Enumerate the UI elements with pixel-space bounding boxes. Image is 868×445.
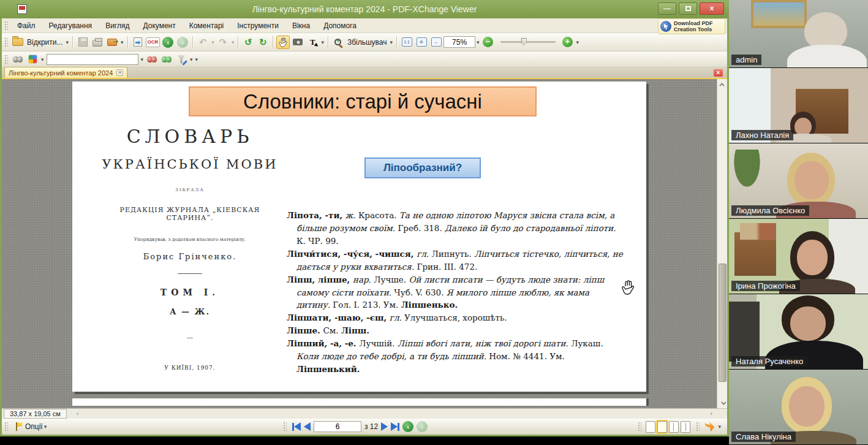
- redo-button[interactable]: ↷: [216, 36, 230, 49]
- actual-size-button[interactable]: 1:1: [400, 36, 413, 49]
- save-button[interactable]: [76, 36, 89, 49]
- document-tab[interactable]: Лінгво-культурний коментар 2024 ×: [4, 67, 127, 78]
- menu-help[interactable]: Допомога: [317, 20, 363, 32]
- tab-close-icon[interactable]: ×: [116, 69, 123, 76]
- search-input[interactable]: [47, 54, 138, 65]
- sbright-caret[interactable]: ▾: [718, 424, 721, 430]
- download-pdf-tools-button[interactable]: Download PDF Creation Tools: [658, 18, 725, 34]
- menu-tools[interactable]: Інструменти: [230, 20, 285, 32]
- scrollbar-thumb[interactable]: [719, 264, 726, 382]
- magnifier-button[interactable]: [331, 36, 345, 49]
- zoom-slider-thumb[interactable]: [521, 38, 527, 45]
- toolbar-grip[interactable]: [4, 37, 8, 47]
- view-forward-button[interactable]: ›: [417, 421, 428, 432]
- open-dropdown-caret[interactable]: ▾: [66, 39, 69, 45]
- participant-video[interactable]: Ірина Прожогіна: [729, 219, 868, 294]
- undo-dropdown-caret[interactable]: ▾: [211, 39, 214, 45]
- select-dropdown-caret[interactable]: ▾: [321, 39, 324, 45]
- rotate-left-button[interactable]: ↺: [241, 36, 255, 49]
- participant-video[interactable]: Людмила Овсієнко: [729, 143, 868, 219]
- menu-windows[interactable]: Вікна: [285, 20, 317, 32]
- fit-width-button[interactable]: ↔: [429, 36, 443, 49]
- participant-video[interactable]: admin: [729, 0, 868, 68]
- zoom-slider[interactable]: [500, 41, 556, 43]
- minimize-button[interactable]: —: [658, 2, 676, 15]
- open-label[interactable]: Відкрити...: [27, 38, 63, 47]
- snapshot-button[interactable]: [291, 36, 304, 49]
- menu-file[interactable]: Файл: [10, 20, 42, 32]
- scroll-up-arrow[interactable]: [718, 80, 727, 89]
- menu-edit[interactable]: Редагування: [42, 20, 99, 32]
- save-icon: [78, 37, 88, 47]
- dict-dash: —: [98, 333, 282, 341]
- vertical-scrollbar[interactable]: [717, 79, 727, 408]
- titlebar[interactable]: Лінгво-культурний коментар 2024 - PDF-XC…: [0, 0, 729, 18]
- toolbar-overflow-caret[interactable]: ▾: [576, 39, 579, 45]
- search-next-button[interactable]: [160, 53, 173, 66]
- filter-button[interactable]: [175, 53, 188, 66]
- view-back-button[interactable]: ‹: [402, 421, 413, 432]
- scroll-left-arrow[interactable]: ‹: [77, 409, 79, 417]
- scroll-down-arrow[interactable]: [718, 398, 727, 408]
- web-search-caret[interactable]: ▾: [41, 56, 44, 63]
- maximize-button[interactable]: [679, 2, 697, 15]
- next-page-button[interactable]: [381, 422, 388, 431]
- mail-button[interactable]: [131, 36, 145, 49]
- redo-dropdown-caret[interactable]: ▾: [232, 39, 235, 45]
- print-button[interactable]: [91, 36, 104, 49]
- find-button[interactable]: [11, 53, 25, 66]
- participant-video[interactable]: Наталя Русаченко: [729, 294, 868, 370]
- participant-video[interactable]: Лахно Наталія: [729, 68, 868, 143]
- magnifier-dropdown-caret[interactable]: ▾: [390, 39, 393, 45]
- open-button[interactable]: [11, 36, 25, 49]
- document-view[interactable]: Словники: старі й сучасні СЛОВАРЬ УКРАЇН…: [2, 79, 727, 408]
- single-page-layout-button[interactable]: [646, 421, 655, 433]
- options-label[interactable]: Опції: [25, 422, 43, 431]
- filter-caret[interactable]: ▾: [190, 56, 193, 63]
- layouts-grip[interactable]: [638, 422, 641, 432]
- zoom-in-button[interactable]: +: [561, 36, 575, 49]
- sbright-grip[interactable]: [696, 422, 700, 432]
- undo-button[interactable]: ↶: [196, 36, 209, 49]
- facing-layout-button[interactable]: [669, 421, 679, 433]
- export-button[interactable]: [105, 36, 119, 49]
- search-overflow-caret[interactable]: ▾: [195, 56, 198, 63]
- ocr-button[interactable]: OCR: [146, 36, 160, 49]
- options-caret[interactable]: ▾: [44, 424, 47, 430]
- search-toolbar-grip[interactable]: [4, 55, 8, 64]
- rotate-right-button[interactable]: ↻: [256, 36, 270, 49]
- magnifier-label[interactable]: Збільшувач: [347, 38, 387, 47]
- scroll-right-arrow[interactable]: ›: [710, 409, 712, 417]
- participant-video[interactable]: Слава Нікуліна: [729, 370, 868, 445]
- history-back-button[interactable]: ‹: [161, 36, 175, 49]
- close-button[interactable]: ×: [700, 2, 724, 15]
- dict-subtitle: УКРАЇНСЬКОЇ МОВИ: [98, 157, 282, 172]
- zoom-level-input[interactable]: [443, 36, 475, 48]
- pagenav-grip[interactable]: [283, 422, 287, 432]
- menu-document[interactable]: Документ: [136, 20, 182, 32]
- page-total-label: з 12: [364, 422, 378, 431]
- hand-tool-button[interactable]: [276, 36, 290, 49]
- statusbar-grip[interactable]: [4, 422, 8, 432]
- orange-arrow-icon[interactable]: [704, 422, 714, 432]
- menu-comments[interactable]: Коментарі: [183, 20, 231, 32]
- zoom-dropdown-caret[interactable]: ▾: [477, 39, 480, 45]
- close-document-button[interactable]: ×: [713, 69, 723, 77]
- menubar-grip[interactable]: [4, 21, 8, 31]
- select-text-button[interactable]: T: [306, 36, 319, 49]
- search-previous-button[interactable]: [145, 53, 159, 66]
- web-search-button[interactable]: [26, 53, 39, 66]
- first-page-button[interactable]: [292, 422, 301, 431]
- menu-view[interactable]: Вигляд: [99, 20, 136, 32]
- previous-page-button[interactable]: [304, 422, 311, 431]
- zoom-out-button[interactable]: −: [481, 36, 495, 49]
- last-page-button[interactable]: [391, 422, 399, 431]
- page-number-input[interactable]: [314, 421, 361, 432]
- export-dropdown-caret[interactable]: ▾: [121, 39, 124, 45]
- continuous-layout-button[interactable]: [657, 421, 667, 433]
- history-forward-button[interactable]: ›: [176, 36, 189, 49]
- search-history-caret[interactable]: ▾: [141, 56, 144, 63]
- send-document-icon: [134, 37, 142, 47]
- fit-page-button[interactable]: ✣: [415, 36, 428, 49]
- grid-layout-button[interactable]: [681, 421, 690, 433]
